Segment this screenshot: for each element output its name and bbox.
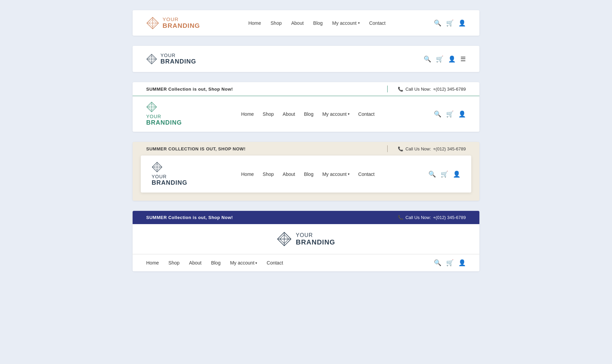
nav4-main: YOUR BRANDING Home Shop About Blog My ac… xyxy=(141,156,471,193)
phone-number-3: +(012) 345-6789 xyxy=(433,87,466,92)
nav-shop-3[interactable]: Shop xyxy=(263,111,274,117)
icons-3: 🔍 🛒 👤 xyxy=(434,110,466,118)
icons-2: 🔍 🛒 👤 ☰ xyxy=(424,55,466,63)
nav-blog-5[interactable]: Blog xyxy=(211,260,221,266)
nav-4: Home Shop About Blog My account ▾ Contac… xyxy=(194,171,422,177)
logo-text-1: YOUR BRANDING xyxy=(163,16,200,30)
logo-your-3: YOUR xyxy=(146,114,182,119)
call-3: 📞 Call Us Now: +(012) 345-6789 xyxy=(398,87,466,92)
nav-myaccount-3[interactable]: My account ▾ xyxy=(322,111,350,117)
icons-4: 🔍 🛒 👤 xyxy=(428,170,460,178)
cart-icon-3[interactable]: 🛒 xyxy=(446,110,454,118)
user-icon-3[interactable]: 👤 xyxy=(458,110,466,118)
chevron-icon-3: ▾ xyxy=(348,112,350,116)
search-icon-2[interactable]: 🔍 xyxy=(424,55,431,63)
nav-home-3[interactable]: Home xyxy=(241,111,254,117)
nav-home-4[interactable]: Home xyxy=(241,171,254,177)
nav-myaccount-4[interactable]: My account ▾ xyxy=(322,171,350,177)
divider-4 xyxy=(387,145,388,152)
search-icon-4[interactable]: 🔍 xyxy=(428,170,436,178)
nav-home-5[interactable]: Home xyxy=(146,260,159,266)
user-icon-5[interactable]: 👤 xyxy=(458,259,466,267)
call-label-3: Call Us Now: xyxy=(405,87,431,92)
logo-1: YOUR BRANDING xyxy=(146,16,200,30)
search-icon-5[interactable]: 🔍 xyxy=(434,259,441,267)
logo-text-5: YOUR BRANDING xyxy=(296,232,335,246)
logo-row-5: YOUR BRANDING xyxy=(133,224,479,254)
promo-text-4: SUMMER COLLECTION IS OUT, SHOP NOW! xyxy=(146,146,377,151)
logo-icon-1 xyxy=(146,17,159,30)
logo-icon-3 xyxy=(146,102,157,112)
nav-shop-5[interactable]: Shop xyxy=(168,260,180,266)
nav-home-1[interactable]: Home xyxy=(248,20,261,26)
navbar-5: SUMMER Collection is out, Shop Now! 📞 Ca… xyxy=(133,211,479,271)
page-wrapper: YOUR BRANDING Home Shop About Blog My ac… xyxy=(133,10,479,271)
nav5-nav-row: Home Shop About Blog My account ▾ Contac… xyxy=(133,254,479,271)
chevron-icon-5: ▾ xyxy=(255,261,257,265)
phone-icon-3: 📞 xyxy=(398,87,403,92)
phone-number-5: +(012) 345-6789 xyxy=(433,215,466,220)
nav-contact-4[interactable]: Contact xyxy=(358,171,375,177)
logo-branding-4: BRANDING xyxy=(152,179,187,186)
cart-icon-4[interactable]: 🛒 xyxy=(441,170,448,178)
nav-contact-5[interactable]: Contact xyxy=(267,260,283,266)
logo-branding-5: BRANDING xyxy=(296,238,335,246)
call-label-5: Call Us Now: xyxy=(405,215,431,220)
icons-5: 🔍 🛒 👤 xyxy=(434,259,466,267)
chevron-icon-4: ▾ xyxy=(348,172,350,176)
user-icon-1[interactable]: 👤 xyxy=(458,19,466,27)
logo-branding-2: BRANDING xyxy=(160,58,196,65)
logo-your-2: YOUR xyxy=(160,53,196,58)
call-label-4: Call Us Now: xyxy=(405,146,431,151)
nav-3: Home Shop About Blog My account ▾ Contac… xyxy=(189,111,427,117)
promo-text-3: SUMMER Collection is out, Shop Now! xyxy=(146,87,377,92)
logo-3: YOUR BRANDING xyxy=(146,102,182,126)
cart-icon-5[interactable]: 🛒 xyxy=(446,259,454,267)
logo-icon-4 xyxy=(152,162,163,172)
nav-contact-1[interactable]: Contact xyxy=(369,20,386,26)
logo-text-3: YOUR BRANDING xyxy=(146,114,182,126)
chevron-icon-1: ▾ xyxy=(358,21,360,25)
topbar-5: SUMMER Collection is out, Shop Now! 📞 Ca… xyxy=(133,211,479,224)
logo-4: YOUR BRANDING xyxy=(152,162,187,186)
navbar-4: SUMMER COLLECTION IS OUT, SHOP NOW! 📞 Ca… xyxy=(133,142,479,201)
nav-about-5[interactable]: About xyxy=(189,260,202,266)
search-icon-3[interactable]: 🔍 xyxy=(434,110,441,118)
navbar-3: SUMMER Collection is out, Shop Now! 📞 Ca… xyxy=(133,82,479,132)
logo-your-4: YOUR xyxy=(152,174,187,179)
nav3-main: YOUR BRANDING Home Shop About Blog My ac… xyxy=(133,96,479,132)
navbar-1: YOUR BRANDING Home Shop About Blog My ac… xyxy=(133,10,479,36)
nav-blog-4[interactable]: Blog xyxy=(304,171,313,177)
hamburger-icon-2[interactable]: ☰ xyxy=(460,55,466,63)
nav-shop-1[interactable]: Shop xyxy=(271,20,282,26)
user-icon-2[interactable]: 👤 xyxy=(448,55,456,63)
user-icon-4[interactable]: 👤 xyxy=(453,170,460,178)
nav-myaccount-1[interactable]: My account ▾ xyxy=(332,20,360,26)
logo-icon-2 xyxy=(146,54,157,65)
logo-your-5: YOUR xyxy=(296,232,335,238)
nav-blog-3[interactable]: Blog xyxy=(304,111,313,117)
phone-icon-4: 📞 xyxy=(398,146,403,151)
nav-5: Home Shop About Blog My account ▾ Contac… xyxy=(146,260,434,266)
logo-text-4: YOUR BRANDING xyxy=(152,174,187,186)
logo-5: YOUR BRANDING xyxy=(277,232,335,247)
phone-icon-5: 📞 xyxy=(398,215,403,220)
nav-about-4[interactable]: About xyxy=(283,171,295,177)
navbar-2: YOUR BRANDING 🔍 🛒 👤 ☰ xyxy=(133,46,479,72)
nav4-card: YOUR BRANDING Home Shop About Blog My ac… xyxy=(141,156,471,193)
icons-1: 🔍 🛒 👤 xyxy=(434,19,466,27)
nav-contact-3[interactable]: Contact xyxy=(358,111,375,117)
topbar-4: SUMMER COLLECTION IS OUT, SHOP NOW! 📞 Ca… xyxy=(133,142,479,156)
phone-number-4: +(012) 345-6789 xyxy=(433,146,466,151)
nav-myaccount-5[interactable]: My account ▾ xyxy=(230,260,257,266)
search-icon-1[interactable]: 🔍 xyxy=(434,19,441,27)
nav-blog-1[interactable]: Blog xyxy=(313,20,323,26)
logo-icon-5 xyxy=(277,232,292,247)
nav-about-3[interactable]: About xyxy=(283,111,295,117)
cart-icon-1[interactable]: 🛒 xyxy=(446,19,454,27)
logo-your-1: YOUR xyxy=(163,16,200,22)
nav-about-1[interactable]: About xyxy=(291,20,304,26)
cart-icon-2[interactable]: 🛒 xyxy=(436,55,443,63)
nav-shop-4[interactable]: Shop xyxy=(263,171,274,177)
divider-3 xyxy=(387,86,388,92)
